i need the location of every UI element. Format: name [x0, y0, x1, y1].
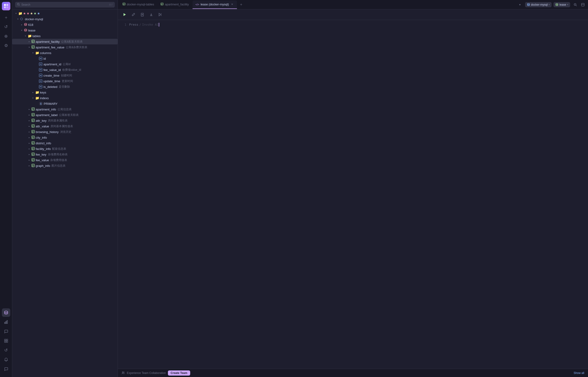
run-query-button[interactable] — [121, 11, 128, 18]
tab-lease[interactable]: </> lease (docker-mysql) ✕ — [192, 0, 237, 9]
svg-rect-0 — [4, 4, 6, 6]
table-graph-info[interactable]: ▾ graph_info 图片信息表 — [12, 163, 118, 168]
table-icon-browse — [32, 130, 35, 134]
notification-icon[interactable] — [2, 355, 10, 364]
add-connection-icon[interactable]: ＋ — [2, 13, 10, 22]
table-icon-fee-val — [32, 158, 35, 162]
columns-folder[interactable]: ▾ 📁 columns — [12, 50, 118, 56]
db-connection-selector[interactable]: docker-mysql ▾ — [525, 2, 552, 7]
col-fv-id-comment: 收费项value_id — [62, 68, 81, 72]
db-618[interactable]: ▾ 618 — [12, 22, 118, 27]
open-url-icon[interactable]: ⊕ — [2, 32, 10, 40]
table-icon-attr-val — [32, 124, 35, 128]
edit-query-button[interactable] — [130, 11, 137, 18]
tables-folder-arrow: ▾ — [23, 34, 27, 38]
zoom-icon[interactable] — [572, 1, 579, 8]
table-facility-info[interactable]: ▾ facility_info 配套信息表 — [12, 146, 118, 152]
svg-rect-59 — [32, 158, 34, 161]
database-sidebar-icon[interactable] — [2, 308, 10, 317]
table-fee-value[interactable]: ▾ fee_value 杂项费用值表 — [12, 157, 118, 163]
placeholder-slash: / — [139, 23, 141, 26]
tab-add-button[interactable]: ＋ — [238, 1, 244, 8]
editor-content[interactable]: Press / Invoke AI — [129, 23, 584, 366]
table-apartment-facility[interactable]: ▾ apartment_facility 公寓&配套关联表 — [12, 39, 118, 44]
tab-chevron-icon[interactable]: ▾ — [517, 1, 523, 8]
activity-bar: ＋ ↺ ⊕ ⚙ — [0, 0, 12, 377]
table-district-info[interactable]: ▾ district_info — [12, 140, 118, 146]
svg-rect-67 — [123, 3, 125, 5]
col-id-icon — [39, 57, 42, 60]
browse-hist-arrow: ▾ — [27, 130, 31, 134]
col-ut-label: update_time — [44, 80, 60, 83]
svg-rect-63 — [32, 164, 34, 167]
db-618-arrow: ▾ — [20, 23, 23, 26]
col-apartment-id[interactable]: ▾ apartment_id 公寓id — [12, 61, 118, 67]
col-update-time[interactable]: ▾ update_time 更新时间 — [12, 78, 118, 84]
experience-text: Experience Team Collaboration — [127, 371, 166, 375]
favorites-stars: ★★★★★ — [23, 12, 41, 15]
tab-close-lease[interactable]: ✕ — [230, 3, 234, 6]
download-button[interactable] — [147, 11, 155, 18]
db-lease[interactable]: ▾ lease — [12, 27, 118, 33]
sidebar-search[interactable]: Search ⌘F — [15, 2, 115, 8]
table-icon-apt-lbl — [32, 113, 35, 117]
connection-icon: ⬡ — [20, 17, 24, 21]
table-browsing-history[interactable]: ▾ browsing_history 浏览历史 — [12, 129, 118, 135]
add-bookmark-button[interactable] — [138, 11, 146, 18]
svg-point-76 — [556, 3, 558, 4]
table-fee-key[interactable]: ▾ fee_key 杂项费用名称表 — [12, 152, 118, 157]
chat-sidebar-icon[interactable] — [2, 327, 10, 336]
db-connection-name: docker-mysql — [531, 3, 548, 6]
refresh-connection-icon[interactable]: ↺ — [2, 23, 10, 31]
connection-docker-mysql[interactable]: ▾ ⬡ docker-mysql — [12, 16, 118, 22]
indexs-folder[interactable]: ▾ 📁 indexs — [12, 95, 118, 101]
chart-sidebar-icon[interactable] — [2, 318, 10, 326]
table-attr-value[interactable]: ▾ attr_value 房间基本属性值表 — [12, 123, 118, 129]
table-apartment-info[interactable]: ▾ apartment_info 公寓信息表 — [12, 106, 118, 112]
tab-label-1: docker-mysql-tables — [127, 3, 154, 6]
db-schema-name: lease — [559, 3, 566, 6]
tab-apartment-facility[interactable]: apartment_facility — [158, 0, 192, 9]
district-info-arrow: ▾ — [27, 141, 31, 145]
run-all-button[interactable] — [156, 11, 164, 18]
columns-folder-label: columns — [40, 51, 51, 55]
search-label: Search — [21, 3, 107, 6]
primary-icon: ℹ — [39, 102, 43, 106]
col-fee-value-id[interactable]: ▾ fee_value_id 收费项value_id — [12, 67, 118, 73]
tables-folder[interactable]: ▾ 📁 tables — [12, 33, 118, 39]
table-apartment-fee-value[interactable]: ▾ apartment_fee_value 公寓&杂费关联表 — [12, 44, 118, 50]
table-apartment-label[interactable]: ▾ apartment_label 公寓标签关联表 — [12, 112, 118, 118]
create-team-button[interactable]: Create Team — [168, 370, 190, 376]
show-all-button[interactable]: Show all — [574, 371, 584, 375]
table-icon-apt-fac — [32, 40, 35, 44]
col-is-deleted[interactable]: ▾ is_deleted 是否删除 — [12, 84, 118, 90]
table-attr-key[interactable]: ▾ attr_key 房间基本属性表 — [12, 118, 118, 123]
col-del-label: is_deleted — [44, 85, 57, 89]
svg-rect-39 — [32, 130, 34, 133]
apt-fee-comment: 公寓&杂费关联表 — [66, 45, 87, 49]
col-id[interactable]: ▾ id — [12, 56, 118, 61]
sync-icon[interactable]: ↺ — [2, 346, 10, 354]
svg-rect-5 — [4, 322, 5, 324]
col-create-time[interactable]: ▾ create_time 创建时间 — [12, 73, 118, 78]
tables-folder-icon: 📁 — [28, 34, 32, 38]
index-primary[interactable]: ▾ ℹ PRIMARY — [12, 101, 118, 106]
col-fv-id-label: fee_value_id — [44, 68, 61, 72]
root-favorites[interactable]: ▾ 📁 ★★★★★ — [12, 11, 118, 16]
feedback-icon[interactable] — [2, 365, 10, 373]
col-ct-label: create_time — [44, 74, 59, 77]
team-icon — [122, 371, 125, 375]
svg-rect-11 — [6, 341, 8, 342]
grid-sidebar-icon[interactable] — [2, 337, 10, 345]
db-schema-selector[interactable]: lease ▾ — [554, 2, 570, 7]
svg-rect-19 — [32, 46, 34, 48]
panel-icon[interactable] — [579, 1, 586, 8]
keys-folder[interactable]: ▾ 📁 keys — [12, 90, 118, 95]
settings-icon[interactable]: ⚙ — [2, 41, 10, 50]
tables-folder-label: tables — [32, 34, 41, 38]
app-logo[interactable] — [2, 2, 10, 10]
table-city-info[interactable]: ▾ city_info — [12, 135, 118, 140]
city-info-label: city_info — [36, 136, 47, 139]
apt-lbl-comment: 公寓标签关联表 — [59, 113, 79, 117]
tab-docker-mysql-tables[interactable]: docker-mysql-tables — [120, 0, 157, 9]
